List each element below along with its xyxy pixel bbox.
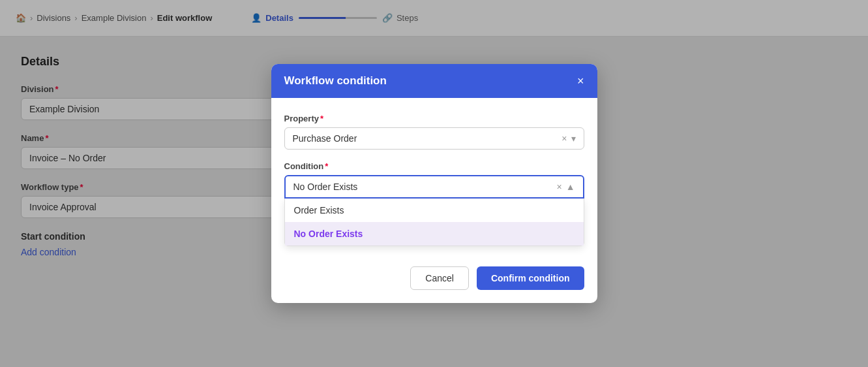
condition-dropdown-menu: Order Exists No Order Exists bbox=[284, 199, 584, 246]
condition-select[interactable]: No Order Exists × ▲ bbox=[284, 175, 584, 199]
modal-header: Workflow condition × bbox=[271, 64, 597, 98]
property-chevron-icon[interactable]: ▾ bbox=[571, 133, 576, 144]
cancel-button[interactable]: Cancel bbox=[410, 266, 469, 290]
dropdown-option-order-exists[interactable]: Order Exists bbox=[285, 199, 584, 222]
condition-value: No Order Exists bbox=[293, 182, 358, 192]
modal-overlay: Workflow condition × Property* Purchase … bbox=[0, 0, 868, 367]
condition-chevron-icon[interactable]: ▲ bbox=[566, 182, 575, 192]
confirm-condition-button[interactable]: Confirm condition bbox=[477, 266, 584, 290]
property-select[interactable]: Purchase Order × ▾ bbox=[284, 127, 584, 150]
modal-body: Property* Purchase Order × ▾ Condition* … bbox=[271, 98, 597, 199]
property-select-controls: × ▾ bbox=[561, 133, 575, 144]
condition-dropdown-wrapper: No Order Exists × ▲ Order Exists No Orde… bbox=[284, 175, 584, 199]
condition-label: Condition* bbox=[284, 161, 584, 171]
dropdown-option-no-order-exists[interactable]: No Order Exists bbox=[285, 222, 584, 246]
modal-title: Workflow condition bbox=[284, 74, 387, 88]
property-value: Purchase Order bbox=[293, 133, 357, 144]
condition-select-controls: × ▲ bbox=[556, 182, 575, 192]
modal-footer: Cancel Confirm condition bbox=[271, 251, 597, 303]
property-clear-icon[interactable]: × bbox=[561, 133, 567, 144]
modal-close-button[interactable]: × bbox=[577, 75, 584, 87]
property-label: Property* bbox=[284, 114, 584, 123]
workflow-condition-modal: Workflow condition × Property* Purchase … bbox=[271, 64, 597, 303]
condition-clear-icon[interactable]: × bbox=[556, 182, 561, 192]
